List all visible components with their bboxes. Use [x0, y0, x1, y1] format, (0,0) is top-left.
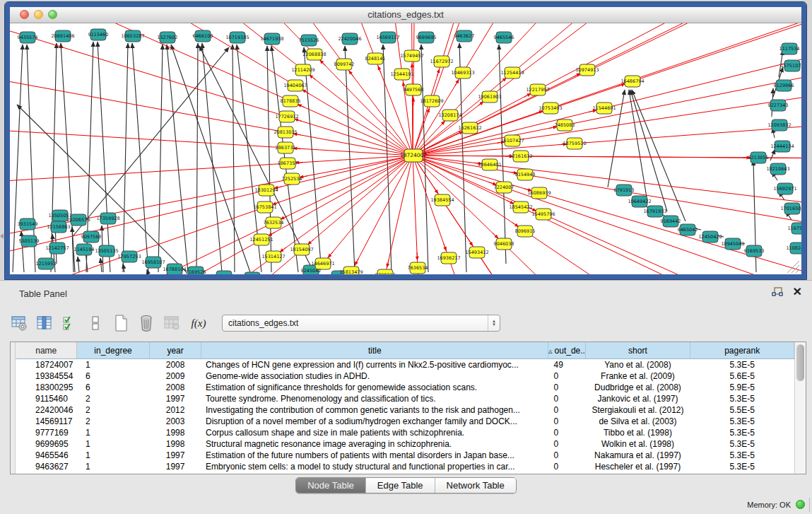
table-cell[interactable]: 5.9E-5: [690, 382, 794, 393]
table-cell[interactable]: 1: [77, 427, 149, 438]
table-cell[interactable]: 9463627: [16, 461, 77, 472]
table-cell[interactable]: 0: [548, 450, 586, 461]
table-cell[interactable]: 9465546: [16, 450, 77, 461]
delete-table-button[interactable]: [163, 314, 181, 332]
table-cell[interactable]: 9115460: [16, 393, 77, 404]
network-window-titlebar[interactable]: citations_edges.txt: [10, 7, 801, 23]
panel-collapse-arrow-icon[interactable]: [0, 233, 4, 239]
table-cell[interactable]: 2: [77, 416, 149, 427]
node-table-grid[interactable]: name in_degree year title ▵out_de... sho…: [16, 342, 794, 472]
table-row[interactable]: 1872400712008Changes of HCN gene express…: [16, 359, 794, 371]
tab-network-table[interactable]: Network Table: [435, 478, 516, 493]
table-row[interactable]: 946362711997Embryonic stem cells: a mode…: [16, 461, 794, 472]
table-cell[interactable]: Dudbridge et al. (2008): [585, 382, 690, 393]
table-cell[interactable]: Estimation of significance thresholds fo…: [201, 382, 548, 393]
table-cell[interactable]: Estimation of the future numbers of pati…: [201, 450, 548, 461]
table-row[interactable]: 969969511998Structural magnetic resonanc…: [16, 438, 794, 450]
table-cell[interactable]: 6: [77, 382, 149, 393]
table-cell[interactable]: 9699695: [16, 438, 77, 450]
table-cell[interactable]: 19384554: [16, 370, 77, 382]
table-vertical-scrollbar[interactable]: [794, 342, 806, 474]
table-row[interactable]: 1830029562008Estimation of significance …: [16, 382, 794, 393]
table-cell[interactable]: Franke et al. (2009): [585, 370, 690, 382]
table-cell[interactable]: 5.3E-5: [690, 438, 794, 450]
tab-node-table[interactable]: Node Table: [296, 478, 366, 493]
table-cell[interactable]: 1: [77, 461, 149, 472]
table-cell[interactable]: 2: [77, 393, 149, 404]
table-cell[interactable]: 2012: [149, 404, 201, 416]
table-row[interactable]: 2242004622012Investigating the contribut…: [16, 404, 794, 416]
table-cell[interactable]: Structural magnetic resonance image aver…: [201, 438, 548, 450]
table-cell[interactable]: Yano et al. (2008): [585, 359, 690, 371]
table-cell[interactable]: 0: [548, 427, 586, 438]
table-cell[interactable]: 5.3E-5: [690, 450, 794, 461]
table-cell[interactable]: 6: [77, 370, 149, 382]
table-cell[interactable]: 5.5E-5: [690, 404, 794, 416]
table-row[interactable]: 977716911998Corpus callosum shape and si…: [16, 427, 794, 438]
table-cell[interactable]: de Silva et al. (2003): [585, 416, 690, 427]
table-cell[interactable]: Nakamura et al. (1997): [585, 450, 690, 461]
table-cell[interactable]: 18300295: [16, 382, 77, 393]
column-header-short[interactable]: short: [585, 342, 690, 359]
column-header-year[interactable]: year: [149, 342, 201, 359]
table-cell[interactable]: Investigating the contribution of common…: [201, 404, 548, 416]
table-cell[interactable]: 5.6E-5: [690, 370, 794, 382]
table-row[interactable]: 1938455462009Genome-wide association stu…: [16, 370, 794, 382]
table-cell[interactable]: 0: [548, 416, 586, 427]
table-cell[interactable]: 1997: [149, 393, 201, 404]
show-columns-checklist-button[interactable]: [61, 314, 79, 332]
column-header-name[interactable]: name: [16, 342, 77, 359]
table-cell[interactable]: 1998: [149, 438, 201, 450]
table-cell[interactable]: 0: [548, 382, 586, 393]
table-cell[interactable]: 5.3E-5: [690, 416, 794, 427]
table-cell[interactable]: 0: [548, 438, 586, 450]
table-cell[interactable]: Embryonic stem cells: a model to study s…: [201, 461, 548, 472]
table-cell[interactable]: Genome-wide association studies in ADHD.: [201, 370, 548, 382]
table-cell[interactable]: 5.3E-5: [690, 461, 794, 472]
table-cell[interactable]: 1997: [149, 461, 201, 472]
column-header-in-degree[interactable]: in_degree: [77, 342, 149, 359]
function-builder-button[interactable]: f(x): [188, 317, 209, 329]
table-cell[interactable]: 2: [77, 404, 149, 416]
float-window-icon[interactable]: [772, 287, 783, 298]
table-cell[interactable]: 5.3E-5: [690, 393, 794, 404]
table-cell[interactable]: 2008: [149, 382, 201, 393]
table-cell[interactable]: 2009: [149, 370, 201, 382]
table-cell[interactable]: Tourette syndrome. Phenomenology and cla…: [201, 393, 548, 404]
table-cell[interactable]: 22420046: [16, 404, 77, 416]
table-row[interactable]: 946554611997Estimation of the future num…: [16, 450, 794, 461]
table-cell[interactable]: Hescheler et al. (1997): [585, 461, 690, 472]
table-cell[interactable]: Tibbo et al. (1998): [585, 427, 690, 438]
row-options-button[interactable]: [86, 314, 105, 332]
close-panel-icon[interactable]: ✕: [793, 286, 802, 298]
table-cell[interactable]: 0: [548, 461, 586, 472]
table-cell[interactable]: Changes of HCN gene expression and I(f) …: [201, 359, 548, 371]
delete-columns-button[interactable]: [137, 314, 155, 332]
memory-ok-indicator[interactable]: [796, 500, 805, 509]
table-cell[interactable]: 0: [548, 393, 586, 404]
table-cell[interactable]: Stergiakouli et al. (2012): [585, 404, 690, 416]
table-row[interactable]: 911546021997Tourette syndrome. Phenomeno…: [16, 393, 794, 404]
table-cell[interactable]: Disruption of a novel member of a sodium…: [201, 416, 548, 427]
table-cell[interactable]: 2008: [149, 359, 201, 371]
table-cell[interactable]: Corpus callosum shape and size in male p…: [201, 427, 548, 438]
table-cell[interactable]: 49: [548, 359, 586, 371]
table-selector-dropdown[interactable]: citations_edges.txt ▲▼: [222, 315, 500, 332]
table-cell[interactable]: 1: [77, 438, 149, 450]
scrollbar-thumb[interactable]: [796, 344, 804, 381]
table-row[interactable]: 1456911722003Disruption of a novel membe…: [16, 416, 794, 427]
column-header-out-degree[interactable]: ▵out_de...: [548, 342, 586, 359]
table-cell[interactable]: 1: [77, 450, 149, 461]
table-cell[interactable]: Jankovic et al. (1997): [585, 393, 690, 404]
table-cell[interactable]: 14569117: [16, 416, 77, 427]
column-header-pagerank[interactable]: pagerank: [690, 342, 794, 359]
column-header-title[interactable]: title: [201, 342, 548, 359]
table-cell[interactable]: 0: [548, 404, 586, 416]
table-cell[interactable]: Wolkin et al. (1998): [585, 438, 690, 450]
create-new-column-button[interactable]: [112, 314, 130, 332]
table-cell[interactable]: 1998: [149, 427, 201, 438]
table-cell[interactable]: 5.3E-5: [690, 359, 794, 371]
table-cell[interactable]: 2003: [149, 416, 201, 427]
table-cell[interactable]: 1: [77, 359, 149, 371]
table-cell[interactable]: 0: [548, 370, 586, 382]
